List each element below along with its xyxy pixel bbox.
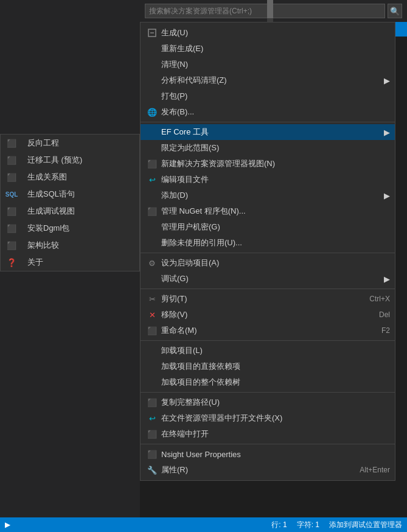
menu-item-unload[interactable]: 卸载项目(L) — [141, 343, 395, 359]
menu-item-cut[interactable]: ✂ 剪切(T) Ctrl+X — [141, 291, 395, 307]
open-terminal-icon: ⬛ — [145, 430, 159, 439]
rebuild-label: 重新生成(E) — [161, 43, 390, 54]
scrollbar-thumb[interactable] — [267, 0, 273, 18]
menu-item-add[interactable]: 添加(D) ▶ — [141, 187, 395, 203]
row-info: 行: 1 — [271, 520, 287, 530]
submenu-label-dgml: 安装Dgml包 — [27, 223, 69, 234]
status-play: ▶ — [5, 520, 10, 529]
add-arrow: ▶ — [384, 191, 390, 200]
properties-shortcut: Alt+Enter — [347, 466, 390, 474]
cut-icon: ✂ — [145, 295, 159, 304]
publish-icon: 🌐 — [145, 108, 159, 117]
efcore-submenu: ⬛ 反向工程 ⬛ 迁移工具 (预览) ⬛ 生成关系图 SQL 生成SQL语句 ⬛… — [0, 134, 140, 271]
menu-item-remove-unused[interactable]: 删除未使用的引用(U)... — [141, 235, 395, 251]
set-startup-icon: ⚙ — [145, 259, 159, 268]
nuget-label: 管理 NuGet 程序包(N)... — [161, 206, 390, 217]
submenu-label-migrate: 迁移工具 (预览) — [27, 155, 82, 166]
submenu-item-gen-sql[interactable]: SQL 生成SQL语句 — [1, 186, 139, 203]
load-all-deps-label: 加载项目的整个依赖树 — [161, 377, 390, 388]
rename-label: 重命名(M) — [161, 325, 367, 336]
menu-item-pack[interactable]: 打包(P) — [141, 88, 395, 104]
menu-item-open-folder[interactable]: ↩ 在文件资源管理器中打开文件夹(X) — [141, 410, 395, 426]
nuget-icon: ⬛ — [145, 207, 159, 216]
cut-shortcut: Ctrl+X — [357, 295, 390, 303]
delete-label: 移除(V) — [161, 309, 364, 320]
add-label: 添加(D) — [161, 190, 377, 201]
analyze-label: 分析和代码清理(Z) — [161, 75, 377, 86]
menu-item-analyze[interactable]: 分析和代码清理(Z) ▶ — [141, 72, 395, 88]
search-box[interactable]: 搜索解决方案资源管理器(Ctrl+;) — [145, 4, 385, 18]
build-label: 生成(U) — [161, 27, 390, 38]
gen-relations-icon: ⬛ — [7, 172, 16, 182]
solution-explorer-toolbar: 搜索解决方案资源管理器(Ctrl+;) 🔍 — [140, 0, 407, 22]
menu-item-delete[interactable]: ✕ 移除(V) Del — [141, 307, 395, 323]
menu-item-publish[interactable]: 🌐 发布(B)... — [141, 104, 395, 120]
delete-shortcut: Del — [367, 310, 390, 319]
edit-project-label: 编辑项目文件 — [161, 174, 390, 185]
col-info: 字符: 1 — [297, 520, 319, 530]
submenu-label-gensql: 生成SQL语句 — [27, 189, 75, 200]
submenu-item-gen-test-view[interactable]: ⬛ 生成调试视图 — [1, 203, 139, 220]
menu-item-load-deps[interactable]: 加载项目的直接依赖项 — [141, 359, 395, 374]
menu-item-new-view[interactable]: ⬛ 新建解决方案资源管理器视图(N) — [141, 156, 395, 172]
separator-3 — [141, 289, 395, 289]
menu-item-properties[interactable]: 🔧 属性(R) Alt+Enter — [141, 462, 395, 478]
search-icon: 🔍 — [390, 7, 400, 16]
menu-item-scope[interactable]: 限定为此范围(S) — [141, 140, 395, 156]
menu-item-secrets[interactable]: 管理用户机密(G) — [141, 219, 395, 235]
open-folder-icon: ↩ — [145, 414, 159, 423]
menu-item-efcore[interactable]: EF Core 工具 ▶ — [141, 124, 395, 140]
submenu-item-arch-compare[interactable]: ⬛ 架构比较 — [1, 237, 139, 254]
nsight-label: Nsight User Properties — [161, 450, 390, 459]
submenu-label-arch: 架构比较 — [27, 240, 59, 251]
menu-item-rebuild[interactable]: 重新生成(E) — [141, 41, 395, 57]
submenu-label-reverse: 反向工程 — [27, 138, 59, 149]
menu-item-build[interactable]: 生成(U) — [141, 25, 395, 41]
properties-label: 属性(R) — [161, 464, 345, 475]
submenu-item-install-dgml[interactable]: ⬛ 安装Dgml包 — [1, 220, 139, 237]
publish-label: 发布(B)... — [161, 107, 390, 117]
debug-label: 调试(G) — [161, 273, 377, 284]
submenu-item-gen-relations[interactable]: ⬛ 生成关系图 — [1, 169, 139, 186]
set-startup-label: 设为启动项目(A) — [161, 257, 390, 268]
submenu-label-about: 关于 — [27, 257, 43, 268]
migrate-tools-icon: ⬛ — [7, 155, 16, 165]
about-icon: ❓ — [7, 257, 16, 267]
clean-label: 清理(N) — [161, 59, 390, 70]
submenu-label-genrel: 生成关系图 — [27, 172, 67, 183]
submenu-item-about[interactable]: ❓ 关于 — [1, 254, 139, 271]
analyze-arrow: ▶ — [384, 76, 390, 85]
submenu-item-reverse-engineering[interactable]: ⬛ 反向工程 — [1, 135, 139, 152]
separator-5 — [141, 392, 395, 393]
build-icon — [145, 28, 159, 38]
menu-item-open-terminal[interactable]: ⬛ 在终端中打开 — [141, 426, 395, 442]
gen-testview-icon: ⬛ — [7, 206, 16, 216]
pack-label: 打包(P) — [161, 91, 390, 102]
cut-label: 剪切(T) — [161, 293, 355, 304]
remove-unused-label: 删除未使用的引用(U)... — [161, 237, 390, 248]
gen-sql-icon: SQL — [7, 189, 16, 199]
arch-compare-icon: ⬛ — [7, 240, 16, 250]
rename-shortcut: F2 — [369, 326, 390, 335]
separator-4 — [141, 340, 395, 341]
new-view-label: 新建解决方案资源管理器视图(N) — [161, 158, 390, 169]
open-folder-label: 在文件资源管理器中打开文件夹(X) — [161, 413, 390, 424]
delete-icon: ✕ — [145, 310, 159, 320]
menu-item-nuget[interactable]: ⬛ 管理 NuGet 程序包(N)... — [141, 203, 395, 219]
menu-item-clean[interactable]: 清理(N) — [141, 57, 395, 72]
separator-2 — [141, 253, 395, 253]
install-dgml-icon: ⬛ — [7, 223, 16, 233]
nsight-icon: ⬛ — [145, 450, 159, 459]
menu-item-copy-path[interactable]: ⬛ 复制完整路径(U) — [141, 394, 395, 410]
submenu-item-migrate-tools[interactable]: ⬛ 迁移工具 (预览) — [1, 152, 139, 169]
load-deps-label: 加载项目的直接依赖项 — [161, 361, 390, 372]
menu-item-load-all-deps[interactable]: 加载项目的整个依赖树 — [141, 374, 395, 390]
status-right-label: 添加到调试位置管理器 — [329, 520, 402, 530]
menu-item-edit-project[interactable]: ↩ 编辑项目文件 — [141, 172, 395, 187]
menu-item-set-startup[interactable]: ⚙ 设为启动项目(A) — [141, 255, 395, 271]
search-button[interactable]: 🔍 — [388, 4, 402, 18]
menu-item-rename[interactable]: ⬛ 重命名(M) F2 — [141, 323, 395, 338]
menu-item-nsight[interactable]: ⬛ Nsight User Properties — [141, 446, 395, 462]
menu-item-debug[interactable]: 调试(G) ▶ — [141, 271, 395, 287]
debug-arrow: ▶ — [384, 275, 390, 284]
